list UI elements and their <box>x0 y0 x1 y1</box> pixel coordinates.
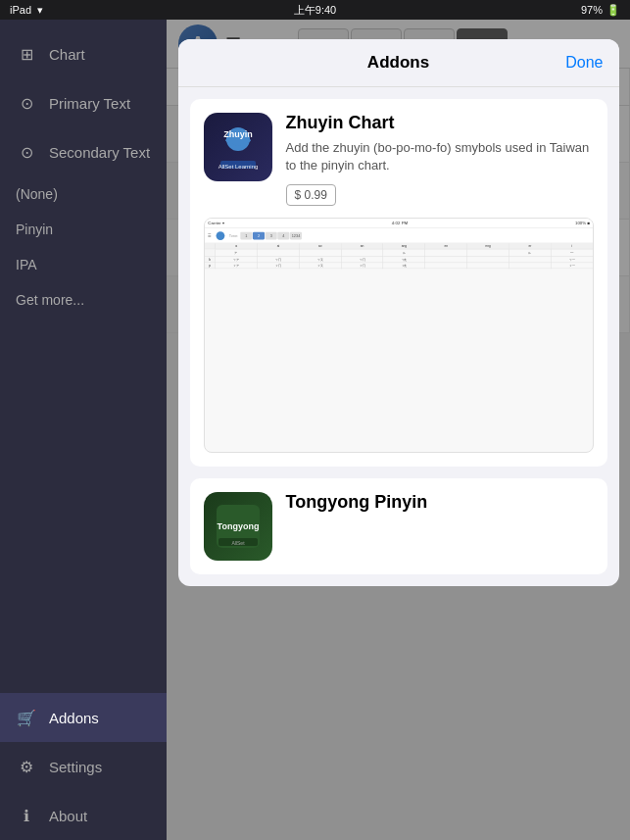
about-icon: ℹ <box>16 805 37 826</box>
status-device: iPad <box>10 4 31 16</box>
sidebar: ⊞ Chart ⊙ Primary Text ⊙ Secondary Text … <box>0 20 167 840</box>
addon-info-zhuyin: Zhuyin Chart Add the zhuyin (bo-po-mo-fo… <box>286 113 594 206</box>
modal-header: Addons Done <box>178 39 619 87</box>
sidebar-item-about-label: About <box>49 808 87 824</box>
battery-percent: 97% <box>581 4 603 16</box>
tongyong-logo-svg: Tongyong AllSet <box>209 497 267 556</box>
addon-price-zhuyin[interactable]: $ 0.99 <box>286 184 336 206</box>
status-bar: iPad ▾ 上午9:40 97% 🔋 <box>0 0 630 20</box>
sidebar-item-primary-text-label: Primary Text <box>49 95 130 112</box>
addon-desc-zhuyin: Add the zhuyin (bo-po-mo-fo) smybols use… <box>286 139 594 174</box>
addon-icon-zhuyin: AllSet Learning Zhuyin <box>204 113 272 181</box>
status-time: 上午9:40 <box>294 3 336 18</box>
preview-time: 4:02 PM <box>391 222 407 226</box>
modal: Addons Done AllSet <box>178 39 619 586</box>
battery-icon: 🔋 <box>606 4 620 17</box>
addon-item-tongyong: Tongyong AllSet Tongyong Pinyin <box>190 478 607 574</box>
sidebar-item-ipa[interactable]: IPA <box>0 247 167 282</box>
primary-text-icon: ⊙ <box>16 92 37 114</box>
preview-grid: a ai ao an ang en eng er i <box>205 244 593 270</box>
wifi-icon: ▾ <box>37 4 43 17</box>
sidebar-item-get-more[interactable]: Get more... <box>0 282 167 318</box>
svg-text:Zhuyin: Zhuyin <box>223 129 253 139</box>
app-container: ⊞ Chart ⊙ Primary Text ⊙ Secondary Text … <box>0 20 630 840</box>
addon-name-tongyong: Tongyong Pinyin <box>286 492 594 513</box>
chart-icon: ⊞ <box>16 43 37 65</box>
sidebar-item-settings[interactable]: ⚙ Settings <box>0 742 167 791</box>
preview-tone-label: Tone: <box>228 234 237 238</box>
sidebar-item-secondary-text[interactable]: ⊙ Secondary Text <box>0 127 167 176</box>
sidebar-item-chart-label: Chart <box>49 46 85 63</box>
addon-preview-zhuyin: Carrier ▾ 4:02 PM 100% ■ ☰ Tone: 1 <box>204 218 594 453</box>
addon-name-zhuyin: Zhuyin Chart <box>286 113 594 133</box>
modal-title: Addons <box>367 53 429 73</box>
secondary-text-icon: ⊙ <box>16 141 37 163</box>
preview-logo <box>216 231 224 240</box>
sidebar-item-chart[interactable]: ⊞ Chart <box>0 29 167 78</box>
sidebar-item-addons[interactable]: 🛒 Addons <box>0 693 167 742</box>
preview-tone-1: 1 <box>240 232 252 240</box>
preview-tone-4: 4 <box>277 232 289 240</box>
zhuyin-logo-svg: AllSet Learning Zhuyin <box>209 118 267 176</box>
preview-inner: Carrier ▾ 4:02 PM 100% ■ ☰ Tone: 1 <box>205 219 593 452</box>
preview-tone-3: 3 <box>265 232 276 240</box>
addon-top-tongyong: Tongyong AllSet Tongyong Pinyin <box>204 492 594 561</box>
preview-tone-btns: 1 2 3 4 1234 <box>240 232 302 240</box>
settings-icon: ⚙ <box>16 756 37 777</box>
preview-menu: ☰ <box>208 233 212 238</box>
sidebar-item-primary-text[interactable]: ⊙ Primary Text <box>0 78 167 127</box>
sidebar-item-settings-label: Settings <box>49 759 102 775</box>
modal-done-button[interactable]: Done <box>565 54 603 72</box>
sidebar-item-secondary-text-label: Secondary Text <box>49 144 150 161</box>
addon-info-tongyong: Tongyong Pinyin <box>286 492 594 519</box>
sidebar-item-pinyin[interactable]: Pinyin <box>0 212 167 247</box>
preview-status: Carrier ▾ 4:02 PM 100% ■ <box>205 219 593 228</box>
addon-item-zhuyin: AllSet Learning Zhuyin Zhuyin Chart Add … <box>190 99 607 467</box>
preview-topbar: ☰ Tone: 1 2 3 4 1234 <box>205 228 593 243</box>
status-right: 97% 🔋 <box>581 4 620 17</box>
preview-tone-5: 1234 <box>289 232 301 240</box>
overlay: Addons Done AllSet <box>167 20 630 840</box>
sidebar-item-addons-label: Addons <box>49 710 99 726</box>
addon-icon-tongyong: Tongyong AllSet <box>204 492 272 561</box>
sidebar-item-none[interactable]: (None) <box>0 176 167 212</box>
preview-carrier: Carrier ▾ <box>208 222 224 226</box>
modal-body[interactable]: AllSet Learning Zhuyin Zhuyin Chart Add … <box>178 87 619 586</box>
addon-top-zhuyin: AllSet Learning Zhuyin Zhuyin Chart Add … <box>204 113 594 206</box>
svg-text:AllSet Learning: AllSet Learning <box>218 164 258 170</box>
status-left: iPad ▾ <box>10 4 43 17</box>
svg-text:AllSet: AllSet <box>231 540 245 546</box>
preview-battery: 100% ■ <box>574 222 589 226</box>
main-content: A ☰ Tone: 1 2 3 4 a ai ao à aฝ้ไ <box>167 20 630 840</box>
sidebar-item-about[interactable]: ℹ About <box>0 791 167 840</box>
svg-text:Tongyong: Tongyong <box>217 521 259 531</box>
preview-tone-2: 2 <box>253 232 265 240</box>
addons-icon: 🛒 <box>16 707 37 728</box>
